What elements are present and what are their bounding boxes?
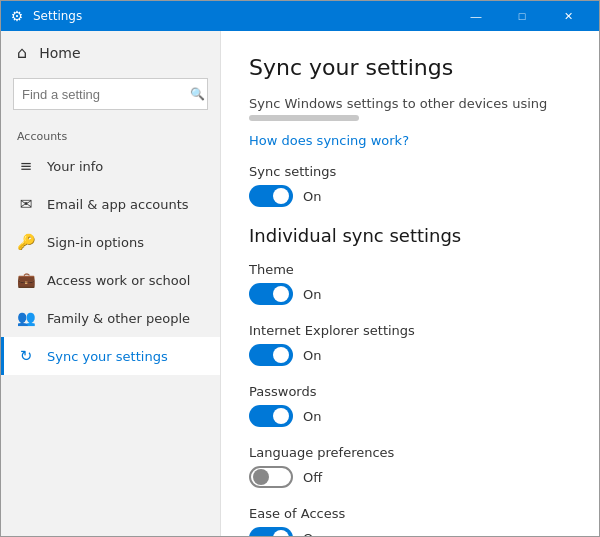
theme-row: On <box>249 283 571 305</box>
sidebar-item-label: Sign-in options <box>47 235 144 250</box>
content-area: Sync your settings Sync Windows settings… <box>221 31 599 536</box>
sync-description: Sync Windows settings to other devices u… <box>249 96 571 111</box>
theme-toggle[interactable] <box>249 283 293 305</box>
theme-status: On <box>303 287 321 302</box>
ie-status: On <box>303 348 321 363</box>
account-bar <box>249 115 359 121</box>
home-label: Home <box>39 45 80 61</box>
sidebar-item-home[interactable]: ⌂ Home <box>1 31 220 74</box>
how-link[interactable]: How does syncing work? <box>249 133 571 148</box>
sidebar-item-label: Email & app accounts <box>47 197 189 212</box>
sidebar-item-label: Access work or school <box>47 273 190 288</box>
search-input[interactable] <box>22 87 190 102</box>
key-icon: 🔑 <box>17 233 35 251</box>
passwords-row: On <box>249 405 571 427</box>
window-controls: — □ ✕ <box>453 1 591 31</box>
sidebar-item-email[interactable]: ✉ Email & app accounts <box>1 185 220 223</box>
sidebar-item-your-info[interactable]: ≡ Your info <box>1 147 220 185</box>
theme-label: Theme <box>249 262 571 277</box>
page-title: Sync your settings <box>249 55 571 80</box>
briefcase-icon: 💼 <box>17 271 35 289</box>
email-icon: ✉ <box>17 195 35 213</box>
maximize-button[interactable]: □ <box>499 1 545 31</box>
passwords-label: Passwords <box>249 384 571 399</box>
ease-status: On <box>303 531 321 537</box>
sync-icon: ↻ <box>17 347 35 365</box>
sync-toggle[interactable] <box>249 185 293 207</box>
ie-row: On <box>249 344 571 366</box>
main-area: ⌂ Home 🔍 Accounts ≡ Your info ✉ Email & … <box>1 31 599 536</box>
search-box[interactable]: 🔍 <box>13 78 208 110</box>
search-icon: 🔍 <box>190 87 205 101</box>
sidebar-item-label: Your info <box>47 159 103 174</box>
people-icon: 👥 <box>17 309 35 327</box>
ease-row: On <box>249 527 571 536</box>
sidebar-item-family[interactable]: 👥 Family & other people <box>1 299 220 337</box>
sidebar-item-label: Family & other people <box>47 311 190 326</box>
ie-toggle[interactable] <box>249 344 293 366</box>
passwords-toggle[interactable] <box>249 405 293 427</box>
close-button[interactable]: ✕ <box>545 1 591 31</box>
language-toggle[interactable] <box>249 466 293 488</box>
individual-section-title: Individual sync settings <box>249 225 571 246</box>
sidebar-item-label: Sync your settings <box>47 349 168 364</box>
sync-status: On <box>303 189 321 204</box>
sidebar-item-sync[interactable]: ↻ Sync your settings <box>1 337 220 375</box>
sync-settings-row: On <box>249 185 571 207</box>
settings-window: ⚙ Settings — □ ✕ ⌂ Home 🔍 Accounts ≡ You… <box>0 0 600 537</box>
ie-label: Internet Explorer settings <box>249 323 571 338</box>
titlebar: ⚙ Settings — □ ✕ <box>1 1 599 31</box>
sidebar: ⌂ Home 🔍 Accounts ≡ Your info ✉ Email & … <box>1 31 221 536</box>
language-label: Language preferences <box>249 445 571 460</box>
user-icon: ≡ <box>17 157 35 175</box>
home-icon: ⌂ <box>17 43 27 62</box>
sidebar-section-accounts: Accounts <box>1 122 220 147</box>
ease-label: Ease of Access <box>249 506 571 521</box>
ease-toggle[interactable] <box>249 527 293 536</box>
language-row: Off <box>249 466 571 488</box>
passwords-status: On <box>303 409 321 424</box>
titlebar-title: Settings <box>33 9 453 23</box>
app-icon: ⚙ <box>9 8 25 24</box>
sidebar-item-signin[interactable]: 🔑 Sign-in options <box>1 223 220 261</box>
sync-settings-label: Sync settings <box>249 164 571 179</box>
minimize-button[interactable]: — <box>453 1 499 31</box>
sidebar-item-work[interactable]: 💼 Access work or school <box>1 261 220 299</box>
language-status: Off <box>303 470 322 485</box>
